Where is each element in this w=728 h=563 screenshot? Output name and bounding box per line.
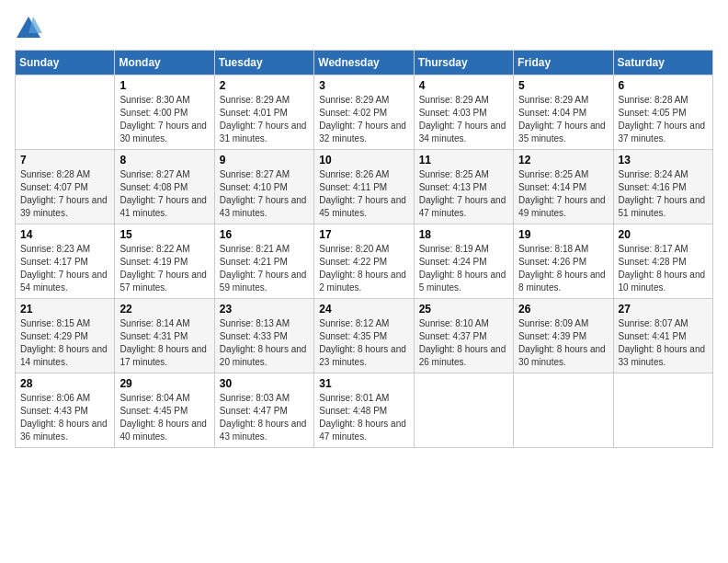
day-info: Sunrise: 8:19 AMSunset: 4:24 PMDaylight:… — [419, 243, 508, 294]
day-number: 18 — [419, 228, 508, 241]
day-info: Sunrise: 8:07 AMSunset: 4:41 PMDaylight:… — [619, 317, 708, 369]
page-header — [15, 15, 713, 42]
calendar-week-3: 14Sunrise: 8:23 AMSunset: 4:17 PMDayligh… — [16, 224, 713, 299]
day-info: Sunrise: 8:25 AMSunset: 4:13 PMDaylight:… — [419, 168, 508, 220]
calendar-cell — [16, 75, 115, 150]
day-info: Sunrise: 8:04 AMSunset: 4:45 PMDaylight:… — [119, 392, 209, 443]
calendar-cell: 5Sunrise: 8:29 AMSunset: 4:04 PMDaylight… — [514, 75, 613, 150]
calendar-cell: 21Sunrise: 8:15 AMSunset: 4:29 PMDayligh… — [16, 299, 115, 373]
calendar-week-1: 1Sunrise: 8:30 AMSunset: 4:00 PMDaylight… — [16, 75, 713, 150]
calendar-cell: 1Sunrise: 8:30 AMSunset: 4:00 PMDaylight… — [115, 75, 214, 150]
calendar-cell: 16Sunrise: 8:21 AMSunset: 4:21 PMDayligh… — [214, 224, 313, 299]
day-number: 15 — [119, 228, 209, 241]
day-info: Sunrise: 8:17 AMSunset: 4:28 PMDaylight:… — [619, 243, 708, 294]
calendar-cell: 9Sunrise: 8:27 AMSunset: 4:10 PMDaylight… — [214, 150, 313, 224]
day-number: 28 — [20, 377, 109, 390]
calendar-cell: 8Sunrise: 8:27 AMSunset: 4:08 PMDaylight… — [115, 150, 214, 224]
day-number: 31 — [319, 377, 408, 390]
day-info: Sunrise: 8:23 AMSunset: 4:17 PMDaylight:… — [20, 243, 109, 294]
calendar-cell: 30Sunrise: 8:03 AMSunset: 4:47 PMDayligh… — [214, 373, 313, 448]
day-number: 12 — [518, 154, 608, 167]
calendar-header: SundayMondayTuesdayWednesdayThursdayFrid… — [16, 51, 713, 75]
day-number: 13 — [619, 154, 708, 167]
day-number: 25 — [419, 303, 508, 316]
header-thursday: Thursday — [414, 51, 513, 75]
day-info: Sunrise: 8:26 AMSunset: 4:11 PMDaylight:… — [319, 168, 408, 220]
day-number: 17 — [319, 228, 408, 241]
day-number: 7 — [20, 154, 109, 167]
day-number: 24 — [319, 303, 408, 316]
day-info: Sunrise: 8:29 AMSunset: 4:01 PMDaylight:… — [220, 94, 309, 145]
calendar-cell — [613, 373, 712, 448]
day-number: 23 — [220, 303, 309, 316]
day-number: 20 — [619, 228, 708, 241]
calendar-cell: 28Sunrise: 8:06 AMSunset: 4:43 PMDayligh… — [16, 373, 115, 448]
day-number: 8 — [119, 154, 209, 167]
day-number: 10 — [319, 154, 408, 167]
calendar-cell: 20Sunrise: 8:17 AMSunset: 4:28 PMDayligh… — [613, 224, 712, 299]
day-info: Sunrise: 8:25 AMSunset: 4:14 PMDaylight:… — [518, 168, 608, 220]
calendar-week-2: 7Sunrise: 8:28 AMSunset: 4:07 PMDaylight… — [16, 150, 713, 224]
header-wednesday: Wednesday — [314, 51, 414, 75]
day-info: Sunrise: 8:09 AMSunset: 4:39 PMDaylight:… — [518, 317, 608, 369]
day-info: Sunrise: 8:12 AMSunset: 4:35 PMDaylight:… — [319, 317, 408, 369]
calendar-cell — [414, 373, 513, 448]
calendar-week-5: 28Sunrise: 8:06 AMSunset: 4:43 PMDayligh… — [16, 373, 713, 448]
day-info: Sunrise: 8:15 AMSunset: 4:29 PMDaylight:… — [20, 317, 109, 369]
calendar-cell: 2Sunrise: 8:29 AMSunset: 4:01 PMDaylight… — [214, 75, 313, 150]
header-row: SundayMondayTuesdayWednesdayThursdayFrid… — [16, 51, 713, 75]
day-number: 2 — [220, 79, 309, 92]
calendar-cell: 10Sunrise: 8:26 AMSunset: 4:11 PMDayligh… — [314, 150, 414, 224]
calendar-cell: 4Sunrise: 8:29 AMSunset: 4:03 PMDaylight… — [414, 75, 513, 150]
day-number: 4 — [419, 79, 508, 92]
day-number: 22 — [119, 303, 209, 316]
calendar-table: SundayMondayTuesdayWednesdayThursdayFrid… — [15, 50, 713, 448]
logo — [15, 15, 46, 42]
day-number: 26 — [518, 303, 608, 316]
day-info: Sunrise: 8:29 AMSunset: 4:03 PMDaylight:… — [419, 94, 508, 145]
calendar-cell: 17Sunrise: 8:20 AMSunset: 4:22 PMDayligh… — [314, 224, 414, 299]
day-number: 1 — [119, 79, 209, 92]
day-info: Sunrise: 8:03 AMSunset: 4:47 PMDaylight:… — [220, 392, 309, 443]
day-info: Sunrise: 8:28 AMSunset: 4:05 PMDaylight:… — [619, 94, 708, 145]
calendar-cell: 24Sunrise: 8:12 AMSunset: 4:35 PMDayligh… — [314, 299, 414, 373]
day-number: 14 — [20, 228, 109, 241]
calendar-body: 1Sunrise: 8:30 AMSunset: 4:00 PMDaylight… — [16, 75, 713, 448]
calendar-cell: 3Sunrise: 8:29 AMSunset: 4:02 PMDaylight… — [314, 75, 414, 150]
day-info: Sunrise: 8:18 AMSunset: 4:26 PMDaylight:… — [518, 243, 608, 294]
calendar-cell: 25Sunrise: 8:10 AMSunset: 4:37 PMDayligh… — [414, 299, 513, 373]
day-info: Sunrise: 8:30 AMSunset: 4:00 PMDaylight:… — [119, 94, 209, 145]
header-tuesday: Tuesday — [214, 51, 313, 75]
day-info: Sunrise: 8:28 AMSunset: 4:07 PMDaylight:… — [20, 168, 109, 220]
day-number: 6 — [619, 79, 708, 92]
calendar-cell: 22Sunrise: 8:14 AMSunset: 4:31 PMDayligh… — [115, 299, 214, 373]
day-info: Sunrise: 8:10 AMSunset: 4:37 PMDaylight:… — [419, 317, 508, 369]
day-number: 19 — [518, 228, 608, 241]
calendar-cell: 13Sunrise: 8:24 AMSunset: 4:16 PMDayligh… — [613, 150, 712, 224]
day-info: Sunrise: 8:27 AMSunset: 4:08 PMDaylight:… — [119, 168, 209, 220]
calendar-cell: 12Sunrise: 8:25 AMSunset: 4:14 PMDayligh… — [514, 150, 613, 224]
day-info: Sunrise: 8:13 AMSunset: 4:33 PMDaylight:… — [220, 317, 309, 369]
day-info: Sunrise: 8:20 AMSunset: 4:22 PMDaylight:… — [319, 243, 408, 294]
day-info: Sunrise: 8:21 AMSunset: 4:21 PMDaylight:… — [220, 243, 309, 294]
calendar-cell: 14Sunrise: 8:23 AMSunset: 4:17 PMDayligh… — [16, 224, 115, 299]
day-number: 11 — [419, 154, 508, 167]
day-number: 9 — [220, 154, 309, 167]
calendar-cell: 29Sunrise: 8:04 AMSunset: 4:45 PMDayligh… — [115, 373, 214, 448]
header-sunday: Sunday — [16, 51, 115, 75]
calendar-cell: 23Sunrise: 8:13 AMSunset: 4:33 PMDayligh… — [214, 299, 313, 373]
day-number: 30 — [220, 377, 309, 390]
calendar-cell: 15Sunrise: 8:22 AMSunset: 4:19 PMDayligh… — [115, 224, 214, 299]
calendar-cell: 19Sunrise: 8:18 AMSunset: 4:26 PMDayligh… — [514, 224, 613, 299]
day-info: Sunrise: 8:22 AMSunset: 4:19 PMDaylight:… — [119, 243, 209, 294]
day-number: 29 — [119, 377, 209, 390]
header-friday: Friday — [514, 51, 613, 75]
day-info: Sunrise: 8:24 AMSunset: 4:16 PMDaylight:… — [619, 168, 708, 220]
calendar-cell: 18Sunrise: 8:19 AMSunset: 4:24 PMDayligh… — [414, 224, 513, 299]
calendar-cell — [514, 373, 613, 448]
header-monday: Monday — [115, 51, 214, 75]
calendar-cell: 27Sunrise: 8:07 AMSunset: 4:41 PMDayligh… — [613, 299, 712, 373]
calendar-cell: 31Sunrise: 8:01 AMSunset: 4:48 PMDayligh… — [314, 373, 414, 448]
day-info: Sunrise: 8:01 AMSunset: 4:48 PMDaylight:… — [319, 392, 408, 443]
day-info: Sunrise: 8:27 AMSunset: 4:10 PMDaylight:… — [220, 168, 309, 220]
